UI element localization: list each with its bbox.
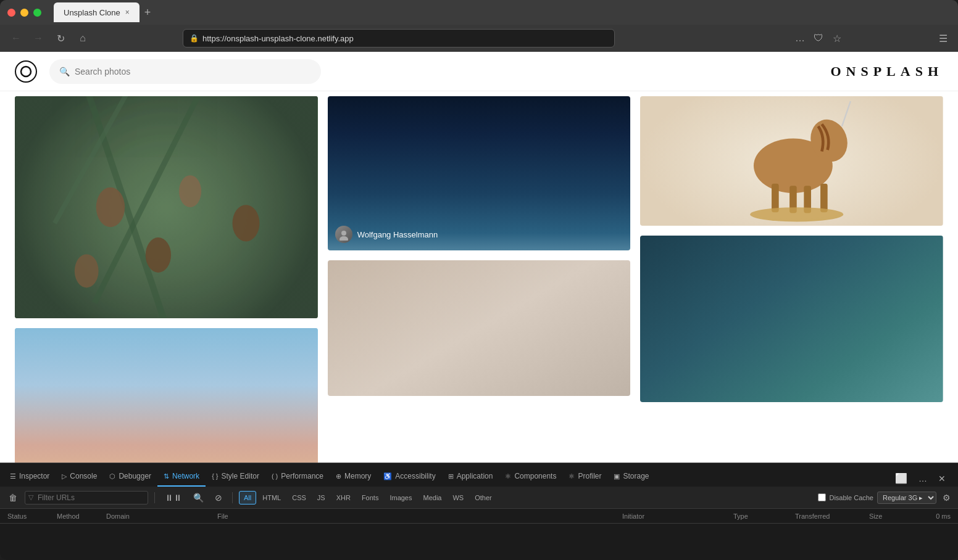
more-options-button[interactable]: … (915, 471, 931, 486)
disable-cache-label: Disable Cache (829, 494, 873, 501)
storage-icon: ▣ (614, 472, 620, 480)
photo-card[interactable] (15, 96, 318, 318)
address-bar[interactable]: 🔒 https://onsplash-unsplash-clone.netlif… (183, 29, 615, 47)
filter-images[interactable]: Images (385, 491, 417, 504)
active-tab[interactable]: Unsplash Clone × (54, 2, 140, 22)
tab-close-button[interactable]: × (125, 8, 130, 17)
extensions-button[interactable]: … (793, 31, 807, 46)
network-label: Network (172, 472, 199, 480)
storage-label: Storage (623, 472, 649, 480)
throttle-select[interactable]: Regular 3G ▸ (877, 492, 936, 504)
photo-card[interactable]: Wolfgang Hasselmann (328, 96, 631, 250)
devtools-tab-accessibility[interactable]: ♿ Accessibility (377, 467, 441, 487)
photo-grid: Wolfgang Hasselmann (0, 91, 958, 463)
devtools-tab-components[interactable]: ⚛ Components (499, 467, 562, 487)
console-icon: ▷ (62, 472, 67, 480)
filter-fonts[interactable]: Fonts (357, 491, 384, 504)
search-button[interactable]: 🔍 (190, 490, 207, 505)
style-editor-icon: { } (212, 472, 218, 480)
disable-cache-checkbox[interactable] (818, 493, 826, 501)
photo-card[interactable] (15, 328, 318, 463)
filter-all[interactable]: All (239, 491, 256, 504)
title-bar: Unsplash Clone × + (0, 0, 958, 25)
new-tab-button[interactable]: + (144, 6, 151, 19)
disable-cache-group: Disable Cache (818, 493, 873, 501)
col-file: File (215, 513, 620, 520)
page-content: 🔍 ONSPLASH (0, 52, 958, 463)
devtools-tab-performance[interactable]: ( ) Performance (265, 467, 330, 487)
reload-button[interactable]: ↻ (52, 30, 69, 47)
traffic-lights (7, 9, 41, 17)
pocket-button[interactable]: 🛡 (811, 31, 826, 46)
filter-other[interactable]: Other (470, 491, 497, 504)
photo-card[interactable] (640, 96, 943, 226)
pause-button[interactable]: ⏸⏸ (161, 490, 186, 505)
devtools-tab-application[interactable]: ⊞ Application (442, 467, 499, 487)
performance-icon: ( ) (272, 472, 278, 480)
photo-col-3 (640, 96, 943, 463)
svg-point-24 (751, 207, 844, 221)
devtools-tab-storage[interactable]: ▣ Storage (607, 467, 655, 487)
site-brand: ONSPLASH (830, 64, 943, 80)
col-status: Status (5, 513, 54, 520)
devtools-tab-profiler[interactable]: ⚛ Profiler (562, 467, 607, 487)
block-button[interactable]: ⊘ (211, 490, 226, 505)
devtools-tab-memory[interactable]: ⊕ Memory (330, 467, 377, 487)
memory-icon: ⊕ (336, 472, 341, 480)
console-label: Console (70, 472, 97, 480)
col-type: Type (731, 513, 793, 520)
dock-button[interactable]: ⬜ (891, 470, 911, 487)
filter-js[interactable]: JS (312, 491, 330, 504)
close-button[interactable] (7, 9, 15, 17)
memory-label: Memory (344, 472, 371, 480)
star-button[interactable]: ☆ (830, 31, 844, 46)
home-button[interactable]: ⌂ (74, 30, 91, 47)
photo-card[interactable] (640, 236, 943, 402)
col-size: Size (867, 513, 916, 520)
minimize-button[interactable] (20, 9, 28, 17)
filter-ws[interactable]: WS (448, 491, 469, 504)
devtools-tab-console[interactable]: ▷ Console (56, 467, 103, 487)
devtools-close-button[interactable]: ✕ (935, 471, 949, 486)
col-time: 0 ms (916, 513, 953, 520)
forward-button[interactable]: → (30, 30, 47, 47)
filter-icon: ▽ (28, 493, 33, 501)
style-editor-label: Style Editor (222, 472, 259, 480)
svg-rect-16 (328, 260, 631, 396)
nav-bar: ← → ↻ ⌂ 🔒 https://onsplash-unsplash-clon… (0, 25, 958, 52)
svg-point-0 (21, 67, 31, 76)
search-bar[interactable]: 🔍 (49, 59, 321, 84)
devtools-panel: ☰ Inspector ▷ Console ⬡ Debugger ⇅ Netwo… (0, 463, 958, 560)
inspector-icon: ☰ (10, 472, 16, 480)
filter-xhr[interactable]: XHR (331, 491, 356, 504)
debugger-label: Debugger (119, 472, 151, 480)
svg-rect-26 (640, 236, 943, 402)
maximize-button[interactable] (33, 9, 41, 17)
filter-html[interactable]: HTML (257, 491, 286, 504)
devtools-tab-inspector[interactable]: ☰ Inspector (4, 467, 56, 487)
col-method: Method (54, 513, 104, 520)
col-domain: Domain (104, 513, 215, 520)
devtools-tab-debugger[interactable]: ⬡ Debugger (103, 467, 157, 487)
settings-button[interactable]: ⚙ (940, 490, 953, 505)
clear-button[interactable]: 🗑 (5, 490, 21, 505)
filter-css[interactable]: CSS (287, 491, 311, 504)
col-initiator: Initiator (620, 513, 731, 520)
network-columns-header: Status Method Domain File Initiator Type… (0, 509, 958, 524)
profiler-label: Profiler (578, 472, 601, 480)
author-avatar (335, 226, 352, 243)
menu-button[interactable]: ☰ (936, 31, 951, 46)
components-label: Components (514, 472, 556, 480)
devtools-tab-style-editor[interactable]: { } Style Editor (206, 467, 265, 487)
photo-card[interactable] (328, 260, 631, 396)
back-button[interactable]: ← (7, 30, 25, 47)
inspector-label: Inspector (19, 472, 49, 480)
search-input[interactable] (75, 67, 311, 76)
devtools-tab-network[interactable]: ⇅ Network (157, 467, 206, 487)
performance-label: Performance (281, 472, 323, 480)
site-header: 🔍 ONSPLASH (0, 52, 958, 91)
filter-media[interactable]: Media (418, 491, 446, 504)
search-icon: 🔍 (59, 67, 70, 76)
filter-input[interactable] (25, 491, 148, 504)
svg-rect-23 (820, 184, 828, 212)
